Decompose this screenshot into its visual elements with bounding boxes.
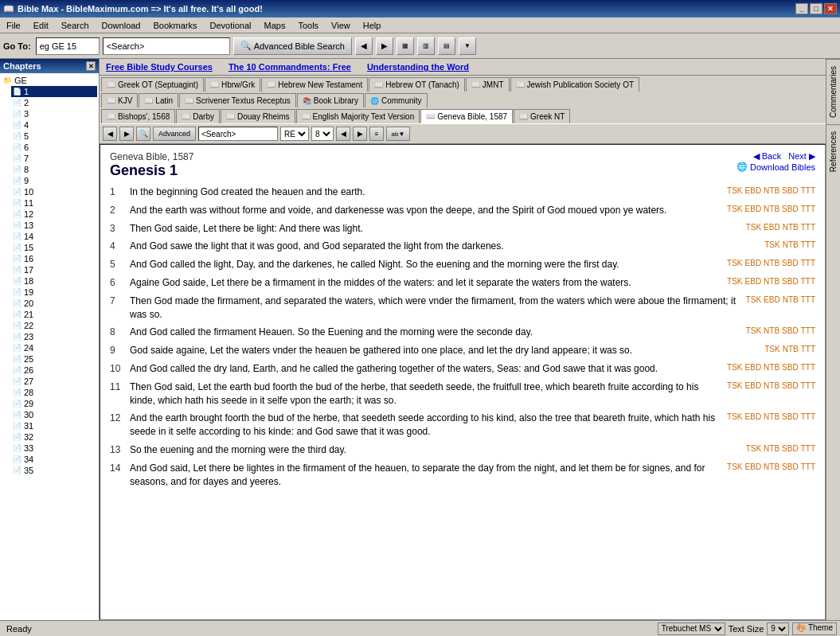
chapter-item-10[interactable]: 📄10 <box>11 186 97 197</box>
chapter-item-30[interactable]: 📄30 <box>11 409 97 420</box>
back-link[interactable]: ◀ Back <box>753 151 782 161</box>
verse-link-ttt[interactable]: TTT <box>801 326 815 337</box>
tree-node-ge[interactable]: 📁 GE <box>2 75 97 86</box>
verse-link-ntb[interactable]: NTB <box>764 185 779 197</box>
chapter-item-7[interactable]: 📄7 <box>11 153 97 164</box>
verse-link-ntb[interactable]: NTB <box>764 380 779 392</box>
font-select[interactable]: Trebuchet MS <box>658 622 725 635</box>
chapter-item-28[interactable]: 📄28 <box>11 387 97 398</box>
verse-link-ntb[interactable]: NTB <box>764 204 779 215</box>
verse-link-ntb[interactable]: NTB <box>764 276 779 287</box>
chapter-item-2[interactable]: 📄2 <box>11 97 97 108</box>
content-search-input[interactable] <box>198 127 278 141</box>
content-search-icon-button[interactable]: 🔍 <box>136 127 150 141</box>
verse-link-ttt[interactable]: TTT <box>801 276 815 287</box>
view-dropdown-button[interactable]: ▼ <box>459 37 476 55</box>
verse-link-ttt[interactable]: TTT <box>801 362 815 373</box>
link-understanding[interactable]: Understanding the Word <box>367 62 469 72</box>
verse-link-sbd[interactable]: SBD <box>782 326 799 337</box>
chapter-item-35[interactable]: 📄35 <box>11 465 97 476</box>
chapter-item-33[interactable]: 📄33 <box>11 443 97 454</box>
verse-link-tsk[interactable]: TSK <box>746 326 761 337</box>
tab-greek-nt[interactable]: 📖 Greek NT <box>514 109 570 123</box>
tab-latin[interactable]: 📖 Latin <box>139 93 178 107</box>
verse-link-ntb[interactable]: NTB <box>783 240 799 251</box>
verse-link-ttt[interactable]: TTT <box>801 412 815 423</box>
verse-link-sbd[interactable]: SBD <box>782 258 799 269</box>
menu-help[interactable]: Help <box>360 19 385 32</box>
verse-link-sbd[interactable]: SBD <box>782 443 799 455</box>
verse-link-ttt[interactable]: TTT <box>801 344 815 355</box>
chapter-item-29[interactable]: 📄29 <box>11 398 97 409</box>
tab-darby[interactable]: 📖 Darby <box>176 109 220 123</box>
chapter-item-6[interactable]: 📄6 <box>11 142 97 153</box>
chapters-close-button[interactable]: ✕ <box>86 61 96 71</box>
verse-link-sbd[interactable]: SBD <box>782 412 799 423</box>
menu-file[interactable]: File <box>3 19 24 32</box>
verse-link-tsk[interactable]: TSK <box>727 204 742 215</box>
verse-link-ttt[interactable]: TTT <box>801 380 815 392</box>
minimize-button[interactable]: _ <box>795 3 808 14</box>
verse-link-ntb[interactable]: NTB <box>764 326 779 337</box>
view3-button[interactable]: ▤ <box>438 37 455 55</box>
verse-link-ttt[interactable]: TTT <box>801 258 815 269</box>
chapter-item-34[interactable]: 📄34 <box>11 454 97 465</box>
bible-text-area[interactable]: Geneva Bible, 1587 Genesis 1 ◀ Back Next… <box>100 144 826 620</box>
verse-link-ttt[interactable]: TTT <box>801 295 815 306</box>
tab-douay[interactable]: 📖 Douay Rheims <box>221 109 295 123</box>
decrease-button[interactable]: ◀ <box>336 127 350 141</box>
menu-tools[interactable]: Tools <box>295 19 322 32</box>
verse-link-ntb[interactable]: NTB <box>783 222 799 233</box>
verse-link-ntb[interactable]: NTB <box>764 258 779 269</box>
verse-link-ttt[interactable]: TTT <box>801 204 815 215</box>
chapter-item-18[interactable]: 📄18 <box>11 275 97 287</box>
verse-link-ebd[interactable]: EBD <box>745 185 762 197</box>
chapter-item-15[interactable]: 📄15 <box>11 242 97 253</box>
verse-link-ttt[interactable]: TTT <box>801 462 815 473</box>
verse-link-ntb[interactable]: NTB <box>783 295 799 306</box>
verse-link-sbd[interactable]: SBD <box>782 204 799 215</box>
content-forward-button[interactable]: ▶ <box>119 127 134 141</box>
chapter-item-4[interactable]: 📄4 <box>11 119 97 131</box>
verse-link-sbd[interactable]: SBD <box>782 380 799 392</box>
tab-jmnt[interactable]: 📖 JMNT <box>466 77 510 92</box>
menu-edit[interactable]: Edit <box>30 19 52 32</box>
verse-link-ebd[interactable]: EBD <box>745 258 762 269</box>
chapter-item-14[interactable]: 📄14 <box>11 231 97 242</box>
verse-link-ebd[interactable]: EBD <box>764 295 780 306</box>
view-list-button[interactable]: ≡ <box>369 127 384 141</box>
verse-link-ebd[interactable]: EBD <box>764 222 780 233</box>
menu-view[interactable]: View <box>328 19 354 32</box>
chapter-item-9[interactable]: 📄9 <box>11 175 97 186</box>
verse-link-tsk[interactable]: TSK <box>727 258 742 269</box>
verse-link-tsk[interactable]: TSK <box>727 362 742 373</box>
menu-bookmarks[interactable]: Bookmarks <box>150 19 200 32</box>
verse-link-ebd[interactable]: EBD <box>745 362 762 373</box>
maximize-button[interactable]: □ <box>810 3 822 14</box>
verse-link-ebd[interactable]: EBD <box>745 462 762 473</box>
tab-book-library[interactable]: 📚 Book Library <box>297 93 364 107</box>
verse-link-tsk[interactable]: TSK <box>727 185 742 197</box>
menu-search[interactable]: Search <box>58 19 92 32</box>
chapter-item-5[interactable]: 📄5 <box>11 131 97 142</box>
view1-button[interactable]: ▦ <box>397 37 414 55</box>
download-bibles-button[interactable]: 🌐 Download Bibles <box>736 162 815 172</box>
verse-link-tsk[interactable]: TSK <box>746 443 761 455</box>
menu-maps[interactable]: Maps <box>261 19 289 32</box>
chapter-item-16[interactable]: 📄16 <box>11 253 97 264</box>
sidebar-references[interactable]: References <box>826 124 840 178</box>
chapter-item-3[interactable]: 📄3 <box>11 108 97 119</box>
verse-link-tsk[interactable]: TSK <box>764 240 779 251</box>
chapter-item-23[interactable]: 📄23 <box>11 331 97 342</box>
verse-link-tsk[interactable]: TSK <box>746 222 761 233</box>
verse-link-ebd[interactable]: EBD <box>745 380 762 392</box>
tab-emtv[interactable]: 📖 English Majority Text Version <box>296 109 420 123</box>
goto-input[interactable] <box>36 37 100 55</box>
verse-link-tsk[interactable]: TSK <box>727 412 742 423</box>
content-back-button[interactable]: ◀ <box>103 127 117 141</box>
verse-link-ttt[interactable]: TTT <box>801 240 815 251</box>
chapter-item-8[interactable]: 📄8 <box>11 164 97 175</box>
chapter-item-21[interactable]: 📄21 <box>11 309 97 320</box>
verse-link-ebd[interactable]: EBD <box>745 204 762 215</box>
verse-link-ntb[interactable]: NTB <box>764 412 779 423</box>
